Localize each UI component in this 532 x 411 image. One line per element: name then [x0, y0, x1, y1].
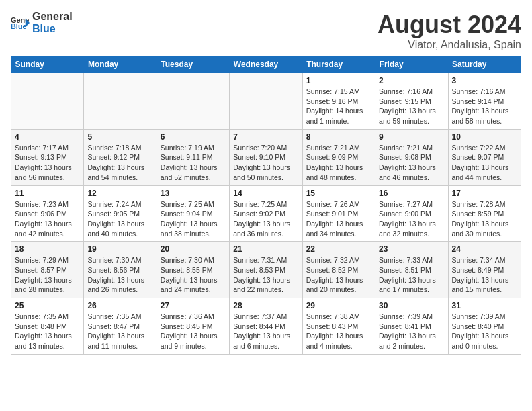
day-number: 1	[306, 76, 371, 85]
day-info: Sunrise: 7:16 AMSunset: 9:14 PMDaylight:…	[452, 87, 517, 126]
day-info: Sunrise: 7:25 AMSunset: 9:02 PMDaylight:…	[233, 199, 298, 239]
day-number: 19	[87, 244, 152, 254]
logo: General Blue General Blue	[11, 11, 73, 34]
day-cell: 19Sunrise: 7:30 AMSunset: 8:56 PMDayligh…	[84, 242, 157, 298]
day-info: Sunrise: 7:25 AMSunset: 9:04 PMDaylight:…	[161, 199, 226, 239]
day-cell: 26Sunrise: 7:35 AMSunset: 8:47 PMDayligh…	[84, 298, 157, 355]
day-info: Sunrise: 7:26 AMSunset: 9:01 PMDaylight:…	[306, 199, 371, 239]
day-number: 7	[233, 132, 298, 142]
day-number: 23	[379, 244, 444, 254]
day-info: Sunrise: 7:21 AMSunset: 9:08 PMDaylight:…	[379, 143, 444, 183]
day-info: Sunrise: 7:30 AMSunset: 8:56 PMDaylight:…	[87, 255, 152, 295]
day-info: Sunrise: 7:31 AMSunset: 8:53 PMDaylight:…	[233, 255, 298, 295]
header-row: SundayMondayTuesdayWednesdayThursdayFrid…	[11, 56, 521, 73]
day-number: 29	[306, 301, 371, 310]
day-info: Sunrise: 7:20 AMSunset: 9:10 PMDaylight:…	[233, 143, 298, 183]
week-row-5: 25Sunrise: 7:35 AMSunset: 8:48 PMDayligh…	[11, 298, 521, 355]
day-cell: 28Sunrise: 7:37 AMSunset: 8:44 PMDayligh…	[230, 298, 302, 355]
day-cell: 2Sunrise: 7:16 AMSunset: 9:15 PMDaylight…	[375, 73, 448, 130]
day-info: Sunrise: 7:35 AMSunset: 8:48 PMDaylight:…	[15, 312, 80, 351]
day-cell: 23Sunrise: 7:33 AMSunset: 8:51 PMDayligh…	[375, 242, 448, 298]
day-cell: 8Sunrise: 7:21 AMSunset: 9:09 PMDaylight…	[302, 129, 375, 185]
day-info: Sunrise: 7:39 AMSunset: 8:40 PMDaylight:…	[452, 312, 517, 351]
day-number: 15	[306, 189, 371, 198]
day-cell: 6Sunrise: 7:19 AMSunset: 9:11 PMDaylight…	[157, 129, 229, 185]
day-number: 28	[233, 301, 298, 310]
week-row-3: 11Sunrise: 7:23 AMSunset: 9:06 PMDayligh…	[11, 185, 521, 242]
day-info: Sunrise: 7:33 AMSunset: 8:51 PMDaylight:…	[379, 255, 444, 295]
logo-text-general: General	[32, 11, 73, 23]
day-number: 22	[306, 244, 371, 254]
day-number: 9	[379, 132, 444, 142]
day-info: Sunrise: 7:35 AMSunset: 8:47 PMDaylight:…	[87, 312, 152, 351]
day-info: Sunrise: 7:18 AMSunset: 9:12 PMDaylight:…	[87, 143, 152, 183]
day-cell: 20Sunrise: 7:30 AMSunset: 8:55 PMDayligh…	[157, 242, 229, 298]
day-number: 25	[15, 301, 80, 310]
title-block: August 2024 Viator, Andalusia, Spain	[378, 11, 521, 51]
week-row-4: 18Sunrise: 7:29 AMSunset: 8:57 PMDayligh…	[11, 242, 521, 298]
day-number: 24	[452, 244, 517, 254]
page-header: General Blue General Blue August 2024 Vi…	[11, 11, 521, 51]
day-cell	[157, 73, 229, 130]
day-number: 3	[452, 76, 517, 85]
day-cell: 1Sunrise: 7:15 AMSunset: 9:16 PMDaylight…	[302, 73, 375, 130]
header-friday: Friday	[375, 56, 448, 73]
day-cell: 10Sunrise: 7:22 AMSunset: 9:07 PMDayligh…	[448, 129, 521, 185]
day-number: 4	[15, 132, 80, 142]
day-info: Sunrise: 7:39 AMSunset: 8:41 PMDaylight:…	[379, 312, 444, 351]
day-cell: 30Sunrise: 7:39 AMSunset: 8:41 PMDayligh…	[375, 298, 448, 355]
day-number: 11	[15, 189, 80, 198]
day-cell: 16Sunrise: 7:27 AMSunset: 9:00 PMDayligh…	[375, 185, 448, 242]
day-number: 31	[452, 301, 517, 310]
day-number: 10	[452, 132, 517, 142]
day-cell: 29Sunrise: 7:38 AMSunset: 8:43 PMDayligh…	[302, 298, 375, 355]
day-info: Sunrise: 7:36 AMSunset: 8:45 PMDaylight:…	[161, 312, 226, 351]
day-number: 21	[233, 244, 298, 254]
day-info: Sunrise: 7:30 AMSunset: 8:55 PMDaylight:…	[161, 255, 226, 295]
day-cell: 14Sunrise: 7:25 AMSunset: 9:02 PMDayligh…	[230, 185, 302, 242]
day-info: Sunrise: 7:27 AMSunset: 9:00 PMDaylight:…	[379, 199, 444, 239]
day-info: Sunrise: 7:17 AMSunset: 9:13 PMDaylight:…	[15, 143, 80, 183]
day-cell: 7Sunrise: 7:20 AMSunset: 9:10 PMDaylight…	[230, 129, 302, 185]
day-info: Sunrise: 7:28 AMSunset: 8:59 PMDaylight:…	[452, 199, 517, 239]
day-info: Sunrise: 7:15 AMSunset: 9:16 PMDaylight:…	[306, 87, 371, 126]
day-number: 20	[161, 244, 226, 254]
day-number: 13	[161, 189, 226, 198]
week-row-1: 1Sunrise: 7:15 AMSunset: 9:16 PMDaylight…	[11, 73, 521, 130]
day-number: 27	[161, 301, 226, 310]
day-cell	[11, 73, 84, 130]
header-thursday: Thursday	[302, 56, 375, 73]
header-monday: Monday	[84, 56, 157, 73]
calendar-subtitle: Viator, Andalusia, Spain	[378, 39, 521, 51]
day-cell: 15Sunrise: 7:26 AMSunset: 9:01 PMDayligh…	[302, 185, 375, 242]
day-info: Sunrise: 7:22 AMSunset: 9:07 PMDaylight:…	[452, 143, 517, 183]
day-cell	[84, 73, 157, 130]
day-cell: 5Sunrise: 7:18 AMSunset: 9:12 PMDaylight…	[84, 129, 157, 185]
svg-text:Blue: Blue	[11, 22, 27, 30]
day-info: Sunrise: 7:19 AMSunset: 9:11 PMDaylight:…	[161, 143, 226, 183]
header-tuesday: Tuesday	[157, 56, 229, 73]
day-cell: 25Sunrise: 7:35 AMSunset: 8:48 PMDayligh…	[11, 298, 84, 355]
logo-text-blue: Blue	[32, 23, 73, 35]
day-cell: 9Sunrise: 7:21 AMSunset: 9:08 PMDaylight…	[375, 129, 448, 185]
day-number: 8	[306, 132, 371, 142]
day-cell: 11Sunrise: 7:23 AMSunset: 9:06 PMDayligh…	[11, 185, 84, 242]
day-cell: 24Sunrise: 7:34 AMSunset: 8:49 PMDayligh…	[448, 242, 521, 298]
calendar-table: SundayMondayTuesdayWednesdayThursdayFrid…	[11, 56, 521, 355]
day-number: 16	[379, 189, 444, 198]
day-info: Sunrise: 7:29 AMSunset: 8:57 PMDaylight:…	[15, 255, 80, 295]
header-wednesday: Wednesday	[230, 56, 302, 73]
header-sunday: Sunday	[11, 56, 84, 73]
day-info: Sunrise: 7:16 AMSunset: 9:15 PMDaylight:…	[379, 87, 444, 126]
day-cell: 22Sunrise: 7:32 AMSunset: 8:52 PMDayligh…	[302, 242, 375, 298]
day-cell: 17Sunrise: 7:28 AMSunset: 8:59 PMDayligh…	[448, 185, 521, 242]
logo-icon: General Blue	[11, 13, 30, 32]
day-info: Sunrise: 7:23 AMSunset: 9:06 PMDaylight:…	[15, 199, 80, 239]
day-cell: 4Sunrise: 7:17 AMSunset: 9:13 PMDaylight…	[11, 129, 84, 185]
day-info: Sunrise: 7:24 AMSunset: 9:05 PMDaylight:…	[87, 199, 152, 239]
day-number: 2	[379, 76, 444, 85]
day-number: 5	[87, 132, 152, 142]
day-info: Sunrise: 7:34 AMSunset: 8:49 PMDaylight:…	[452, 255, 517, 295]
day-info: Sunrise: 7:38 AMSunset: 8:43 PMDaylight:…	[306, 312, 371, 351]
day-number: 18	[15, 244, 80, 254]
